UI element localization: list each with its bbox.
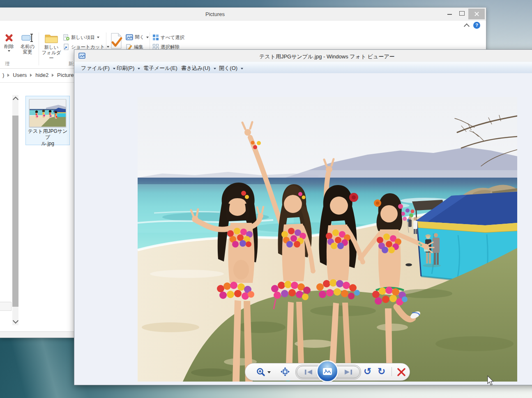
menu-dropdown-caret (214, 68, 216, 69)
explorer-window-title: Pictures (205, 11, 225, 17)
new-item-dropdown-caret (97, 37, 99, 38)
open-dropdown-caret (146, 37, 149, 38)
breadcrumb-arrow-icon (30, 74, 32, 77)
zoom-button[interactable] (256, 367, 266, 379)
new-item-button[interactable]: 新しい項目 (63, 34, 99, 41)
previous-icon (304, 369, 313, 375)
slideshow-button[interactable] (318, 361, 337, 381)
explorer-titlebar[interactable]: Pictures (0, 8, 486, 21)
menu-dropdown-caret (138, 68, 140, 69)
viewer-titlebar[interactable]: テスト用JPGサンプル.jpg - Windows フォト ビューアー (74, 50, 532, 62)
scrollbar-thumb[interactable] (12, 116, 18, 307)
previous-button[interactable] (297, 366, 320, 378)
breadcrumb-item-users[interactable]: Users (11, 72, 28, 78)
file-item-jpg-sample[interactable]: テスト用JPGサンプ ル.jpg (25, 96, 70, 145)
delete-dropdown-caret (8, 50, 10, 52)
ribbon-separator (39, 32, 39, 65)
toolbar-separator (392, 367, 392, 376)
select-all-grid-icon (152, 34, 159, 41)
select-all-button[interactable]: すべて選択 (152, 34, 184, 41)
close-button[interactable] (468, 9, 485, 19)
file-name: テスト用JPGサンプ ル.jpg (26, 128, 69, 147)
breadcrumb-arrow-icon (52, 74, 54, 77)
rotate-counterclockwise-button[interactable]: ↺ (364, 365, 371, 378)
photo-viewer-window: テスト用JPGサンプル.jpg - Windows フォト ビューアー ファイル… (74, 49, 532, 385)
ribbon-group-organize-label: 理 (0, 61, 15, 67)
open-button[interactable]: 開く (126, 34, 149, 40)
delete-photo-button[interactable] (396, 367, 406, 379)
menu-file[interactable]: ファイル(F) (81, 65, 115, 72)
scroll-down-icon[interactable] (13, 318, 18, 324)
menu-burn[interactable]: 書き込み(U) (181, 65, 216, 72)
breadcrumb-arrow-icon (7, 74, 9, 77)
viewer-toolbar: ↺ ↻ (245, 363, 410, 381)
scrollbar[interactable] (12, 95, 18, 325)
breadcrumb: ) Users hide2 Pictures (1, 72, 78, 78)
fit-to-window-button[interactable] (281, 367, 290, 378)
magnifier-plus-icon (256, 367, 266, 377)
delete-button[interactable]: 削除 (1, 32, 17, 52)
mouse-cursor (487, 375, 495, 386)
partial-list-item (0, 302, 12, 311)
breadcrumb-item-hide2[interactable]: hide2 (34, 72, 50, 78)
breadcrumb-prefix: ) (1, 72, 6, 78)
new-folder-button[interactable]: 新しい フォルダー (41, 32, 62, 61)
rename-button[interactable]: 名前の 変更 (17, 32, 38, 55)
menu-dropdown-caret (241, 68, 243, 69)
viewer-window-title: テスト用JPGサンプル.jpg - Windows フォト ビューアー (259, 53, 395, 60)
properties-button[interactable] (108, 32, 124, 51)
slideshow-picture-icon (322, 368, 332, 375)
open-picture-icon (126, 34, 133, 40)
rotate-clockwise-button[interactable]: ↻ (378, 365, 385, 378)
file-thumbnail-image (29, 99, 66, 127)
scroll-up-icon[interactable] (13, 97, 18, 102)
help-icon[interactable] (473, 22, 480, 29)
minimize-icon (447, 14, 452, 15)
menu-print[interactable]: 印刷(P) (117, 65, 140, 72)
menu-open[interactable]: 開く(O) (219, 65, 243, 72)
next-button[interactable] (336, 366, 360, 378)
minimize-button[interactable] (444, 8, 456, 19)
viewer-content-area: ↺ ↻ (74, 73, 532, 385)
actual-size-icon (281, 367, 290, 376)
zoom-dropdown-caret[interactable] (267, 371, 271, 373)
delete-x-icon (4, 32, 14, 43)
shortcut-icon (63, 44, 69, 50)
next-icon (343, 369, 353, 375)
beach-photo (138, 97, 517, 382)
menu-email[interactable]: 電子メール(E) (143, 65, 177, 72)
photo-viewer-app-icon (78, 53, 85, 59)
quick-access-row (0, 21, 486, 31)
folder-icon (44, 32, 58, 44)
delete-x-icon (396, 367, 406, 377)
checked-document-icon (109, 32, 123, 50)
viewer-menubar: ファイル(F) 印刷(P) 電子メール(E) 書き込み(U) 開く(O) (74, 62, 532, 74)
maximize-button[interactable] (456, 8, 468, 19)
rename-icon (21, 32, 34, 43)
maximize-icon (459, 11, 465, 16)
new-item-icon (63, 34, 69, 41)
menu-dropdown-caret (113, 68, 115, 69)
